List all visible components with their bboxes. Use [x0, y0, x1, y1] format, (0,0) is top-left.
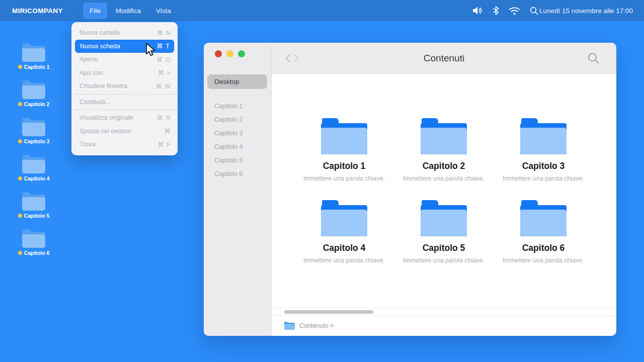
menu-item-shortcut: ⌘ W [155, 82, 171, 90]
window-main: Contenuti Capitolo 1Immettere una parola… [272, 43, 616, 336]
breadcrumb-folder-icon [284, 322, 295, 330]
label-dot-icon [18, 214, 22, 218]
sidebar-item[interactable]: Capitolo 2 [204, 113, 271, 126]
desktop-icon-name: Capitolo 5 [24, 213, 50, 219]
menubar-menu-modifica[interactable]: Modifica [109, 3, 147, 19]
menu-item-label: Aperto [79, 56, 98, 63]
menu-bar: MIRICOMPANY FileModificaVista Lunedì 15 … [0, 0, 644, 21]
scrollbar-thumb[interactable] [284, 310, 373, 314]
desktop-folder-icon [22, 155, 45, 173]
search-icon[interactable] [530, 7, 538, 15]
desktop-icon[interactable]: Capitolo 5 [14, 192, 53, 219]
menu-item-condividi[interactable]: Condividi... [71, 96, 178, 109]
breadcrumb[interactable]: Contenuto > [299, 322, 334, 329]
content-folder-subtitle: Immettere una parola chiave. [503, 175, 584, 182]
menu-item-chiudere-finestra[interactable]: Chiudere finestra⌘ W [71, 79, 178, 93]
menu-item-nuova-cartella[interactable]: Nuova cartella⌘ N [71, 26, 178, 40]
content-folder-icon [520, 118, 567, 154]
menu-item-shortcut: ⌘ [165, 127, 172, 135]
menu-item-label: Nuova cartella [79, 29, 120, 36]
desktop-icon[interactable]: Capitolo 6 [14, 229, 53, 256]
sidebar-item[interactable]: Capitolo 1 [204, 99, 271, 113]
desktop-folder-icon [22, 43, 45, 62]
window-sidebar: Desktop Capitolo 1Capitolo 2Capitolo 3Ca… [204, 43, 272, 336]
desktop-folder-icon [22, 118, 45, 136]
sidebar-item[interactable]: Capitolo 3 [204, 126, 271, 140]
minimize-window-button[interactable] [226, 50, 233, 57]
clock-text: Lunedì 15 novembre alle 17:00 [539, 7, 633, 15]
sidebar-item-desktop[interactable]: Desktop [207, 74, 267, 89]
content-folder[interactable]: Capitolo 1Immettere una parola chiave. [294, 118, 394, 182]
window-title: Contenuti [272, 53, 616, 64]
desktop-icon[interactable]: Capitolo 4 [14, 155, 53, 182]
content-folder-icon [421, 118, 467, 154]
label-dot-icon [18, 65, 22, 69]
traffic-lights [204, 43, 271, 57]
label-dot-icon [18, 139, 22, 143]
content-folder[interactable]: Capitolo 6Immettere una parola chiave. [494, 200, 593, 264]
desktop-icon-label: Capitolo 3 [18, 138, 50, 144]
menu-item-label: Trova [79, 141, 96, 148]
desktop-icon-name: Capitolo 1 [24, 64, 50, 70]
desktop-icon-name: Capitolo 2 [24, 101, 50, 107]
window-statusbar: Contenuto > [272, 316, 616, 336]
content-folder-title: Capitolo 1 [323, 161, 366, 171]
menu-item-shortcut: ⌘ R [157, 114, 171, 122]
content-folder-title: Capitolo 3 [522, 161, 565, 171]
desktop-folder-icon [22, 229, 45, 248]
content-folder-title: Capitolo 5 [423, 243, 465, 253]
content-folder-title: Capitolo 4 [323, 243, 366, 253]
file-dropdown-menu: Nuova cartella⌘ NNuova scheda⌘ TAperto⌘ … [71, 22, 178, 155]
menu-item-label: Chiudere finestra [79, 82, 127, 89]
desktop-icon-name: Capitolo 4 [24, 175, 50, 182]
content-folder-title: Capitolo 2 [423, 161, 465, 171]
sidebar-list: Capitolo 1Capitolo 2Capitolo 3Capitolo 4… [204, 99, 271, 180]
content-folder[interactable]: Capitolo 3Immettere una parola chiave. [494, 118, 593, 182]
desktop-icon[interactable]: Capitolo 3 [14, 118, 53, 144]
zoom-window-button[interactable] [238, 50, 245, 57]
sidebar-item[interactable]: Capitolo 6 [204, 167, 271, 180]
menubar-menu-vista[interactable]: Vista [149, 3, 178, 19]
menu-item-trova[interactable]: Trova⌘ F [71, 138, 178, 151]
menu-item-aperto[interactable]: Aperto⌘ O [71, 53, 178, 66]
desktop-icon-name: Capitolo 6 [24, 250, 50, 256]
menu-item-shortcut: ⌘ N [157, 29, 171, 37]
menu-item-visualizza-originale[interactable]: Visualizza originale⌘ R [71, 111, 178, 125]
bluetooth-icon[interactable] [493, 6, 499, 15]
menu-item-label: Apri con [79, 69, 103, 76]
menu-item-label: Visualizza originale [79, 114, 133, 121]
status-area: Lunedì 15 novembre alle 17:00 [472, 0, 633, 21]
menu-item-nuova-scheda[interactable]: Nuova scheda⌘ T [75, 40, 174, 53]
menu-separator [71, 110, 178, 110]
menubar-menu-file[interactable]: File [83, 3, 107, 19]
content-folder-subtitle: Immettere una parola chiave. [303, 175, 385, 182]
desktop-icon[interactable]: Capitolo 2 [14, 80, 53, 107]
menu-item-shortcut: ⌘ T [157, 42, 170, 50]
content-folder-icon [520, 200, 567, 236]
menu-item-apri-con[interactable]: Apri con⌘ > [71, 66, 178, 80]
label-dot-icon [18, 102, 22, 106]
volume-icon[interactable] [472, 6, 483, 15]
folder-grid: Capitolo 1Immettere una parola chiave.Ca… [272, 74, 616, 264]
menu-item-sposta-nel-cestino[interactable]: Sposta nel cestino⌘ [71, 125, 178, 138]
content-folder-icon [421, 200, 467, 236]
menu-item-label: Condividi... [79, 99, 111, 106]
desktop-folder-icon [22, 192, 45, 211]
desktop-icon-label: Capitolo 4 [18, 175, 50, 182]
content-folder-subtitle: Immettere una parola chiave. [503, 257, 584, 264]
horizontal-scrollbar[interactable] [272, 308, 616, 316]
desktop-folder-icon [22, 80, 45, 99]
menu-separator [71, 94, 178, 95]
content-folder[interactable]: Capitolo 2Immettere una parola chiave. [394, 118, 494, 182]
content-folder[interactable]: Capitolo 5Immettere una parola chiave. [394, 200, 494, 264]
menu-item-shortcut: ⌘ F [157, 141, 171, 148]
close-window-button[interactable] [215, 50, 222, 57]
desktop-icon[interactable]: Capitolo 1 [14, 43, 53, 70]
sidebar-item[interactable]: Capitolo 5 [204, 153, 271, 167]
window-search-icon[interactable] [587, 52, 600, 64]
wifi-icon[interactable] [509, 7, 520, 15]
sidebar-item[interactable]: Capitolo 4 [204, 140, 271, 153]
menu-item-label: Nuova scheda [80, 43, 120, 50]
desktop-icon-label: Capitolo 1 [18, 64, 50, 70]
content-folder[interactable]: Capitolo 4Immettere una parola chiave. [294, 200, 394, 264]
